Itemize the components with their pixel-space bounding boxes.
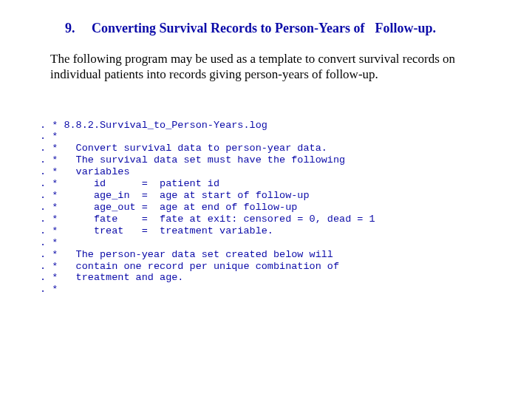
section-title: Converting Survival Records to Person-Ye… bbox=[92, 21, 436, 35]
section-title-part1: Converting Survival Records to Person-Ye… bbox=[92, 21, 364, 35]
section-title-part2: Follow-up. bbox=[375, 21, 436, 35]
section-number: 9. bbox=[65, 21, 89, 36]
code-block: . * 8.8.2.Survival_to_Person-Years.log .… bbox=[40, 120, 502, 296]
page: 9. Converting Survival Records to Person… bbox=[0, 0, 532, 296]
intro-paragraph: The following program may be used as a t… bbox=[50, 51, 488, 83]
section-heading: 9. Converting Survival Records to Person… bbox=[65, 21, 502, 36]
